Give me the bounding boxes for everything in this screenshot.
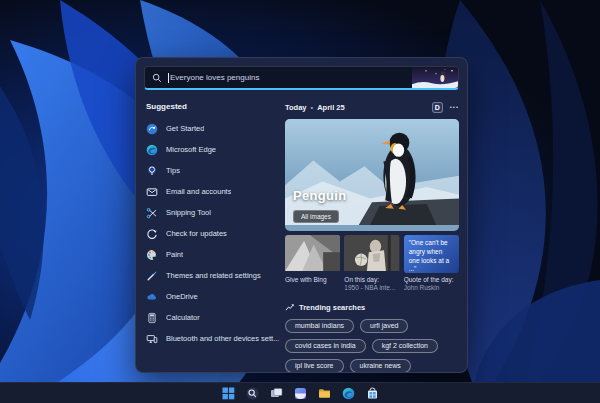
trending-chip-urfi-javed[interactable]: urfi javed	[360, 319, 408, 333]
sidebar-item-onedrive[interactable]: OneDrive	[144, 286, 280, 307]
search-input[interactable]: Everyone loves penguins	[144, 66, 459, 90]
quote-card-image: "One can't be angry when one looks at a …	[404, 235, 459, 273]
sidebar-item-paint[interactable]: Paint	[144, 244, 280, 265]
card-subcaption: John Ruskin	[404, 284, 459, 292]
date-label: April 25	[317, 103, 345, 112]
card-caption: On this day:	[344, 276, 399, 284]
sidebar-item-tips[interactable]: Tips	[144, 160, 280, 181]
snipping-tool-icon	[146, 207, 158, 219]
edge-icon	[146, 144, 158, 156]
file-explorer-icon[interactable]	[318, 387, 331, 400]
all-images-button[interactable]: All images	[293, 210, 339, 223]
get-started-icon	[146, 123, 158, 135]
edge-taskbar-icon[interactable]	[342, 387, 355, 400]
task-view-icon[interactable]	[270, 387, 283, 400]
daily-cards-row: Give with Bing	[285, 235, 459, 293]
sidebar-item-check-updates[interactable]: Check for updates	[144, 223, 280, 244]
taskbar	[0, 382, 600, 403]
check-updates-icon	[146, 228, 158, 240]
card-subcaption: 1950 - NBA inte...	[344, 284, 399, 292]
sidebar-item-label: Tips	[166, 166, 180, 175]
sidebar-item-get-started[interactable]: Get Started	[144, 118, 280, 139]
hero-title: Penguin	[293, 188, 346, 203]
sidebar-item-label: OneDrive	[166, 292, 198, 301]
sidebar-item-label: Calculator	[166, 313, 200, 322]
trending-chip-ipl-live-score[interactable]: ipl live score	[285, 359, 344, 373]
trending-header: Trending searches	[285, 303, 459, 312]
sidebar-item-themes[interactable]: Themes and related settings	[144, 265, 280, 286]
search-flyout-window: Everyone loves penguins Suggested	[135, 57, 468, 373]
give-with-bing-image	[285, 235, 340, 273]
sidebar-item-snipping-tool[interactable]: Snipping Tool	[144, 202, 280, 223]
trending-chip-ukraine-news[interactable]: ukraine news	[350, 359, 411, 373]
text-cursor	[168, 73, 169, 83]
sidebar-item-calculator[interactable]: Calculator	[144, 307, 280, 328]
penguin-hero-image[interactable]: Penguin All images	[285, 119, 459, 231]
user-avatar[interactable]: D	[432, 102, 443, 113]
sidebar-item-label: Check for updates	[166, 229, 227, 238]
date-separator: •	[311, 103, 314, 112]
on-this-day-card[interactable]: On this day: 1950 - NBA inte...	[344, 235, 399, 293]
daily-content-pane: Today • April 25 D •••	[280, 92, 459, 373]
sidebar-item-label: Themes and related settings	[166, 271, 261, 280]
sidebar-item-microsoft-edge[interactable]: Microsoft Edge	[144, 139, 280, 160]
sidebar-item-label: Get Started	[166, 124, 204, 133]
widgets-icon[interactable]	[294, 387, 307, 400]
trending-searches-section: Trending searches mumbai indians urfi ja…	[285, 303, 459, 373]
more-options-icon[interactable]: •••	[450, 104, 459, 110]
trending-chip-covid-cases-in-india[interactable]: covid cases in india	[285, 339, 366, 353]
trending-icon	[285, 303, 294, 312]
store-icon[interactable]	[366, 387, 379, 400]
content-header: Today • April 25 D •••	[285, 100, 459, 114]
card-caption: Give with Bing	[285, 276, 340, 284]
sidebar-item-label: Bluetooth and other devices sett...	[166, 334, 279, 343]
give-with-bing-card[interactable]: Give with Bing	[285, 235, 340, 293]
trending-chips: mumbai indians urfi javed covid cases in…	[285, 319, 459, 373]
sidebar-item-bluetooth-devices[interactable]: Bluetooth and other devices sett...	[144, 328, 280, 349]
trending-title: Trending searches	[299, 303, 365, 312]
quote-of-the-day-card[interactable]: "One can't be angry when one looks at a …	[404, 235, 459, 293]
onedrive-icon	[146, 291, 158, 303]
quote-text: "One can't be angry when one looks at a …	[409, 239, 454, 273]
penguin-night-illustration	[412, 67, 458, 88]
sidebar-item-label: Paint	[166, 250, 183, 259]
suggested-sidebar: Suggested Get Started Microsoft Edge	[144, 92, 280, 373]
sidebar-item-label: Microsoft Edge	[166, 145, 216, 154]
on-this-day-image	[344, 235, 399, 273]
trending-chip-kgf-2-collection[interactable]: kgf 2 collection	[372, 339, 438, 353]
today-label: Today	[285, 103, 307, 112]
calculator-icon	[146, 312, 158, 324]
sidebar-item-label: Snipping Tool	[166, 208, 211, 217]
sidebar-item-email-accounts[interactable]: Email and accounts	[144, 181, 280, 202]
sidebar-item-label: Email and accounts	[166, 187, 231, 196]
panel-body: Suggested Get Started Microsoft Edge	[136, 92, 467, 373]
card-caption: Quote of the day:	[404, 276, 459, 284]
taskbar-search-icon[interactable]	[246, 387, 259, 400]
paint-icon	[146, 249, 158, 261]
bluetooth-devices-icon	[146, 333, 158, 345]
suggested-header: Suggested	[146, 102, 280, 111]
start-icon[interactable]	[222, 387, 235, 400]
search-icon	[152, 73, 162, 83]
email-icon	[146, 186, 158, 198]
trending-chip-mumbai-indians[interactable]: mumbai indians	[285, 319, 354, 333]
themes-icon	[146, 270, 158, 282]
tips-icon	[146, 165, 158, 177]
